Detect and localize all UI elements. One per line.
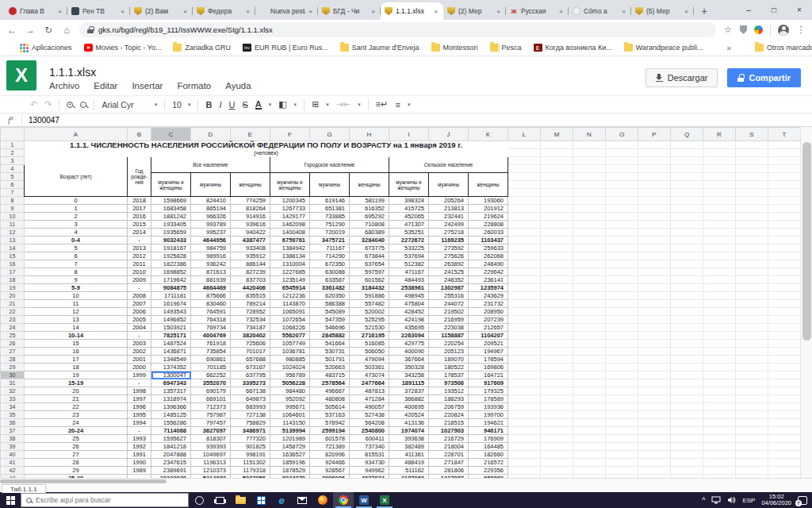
value-cell[interactable]: 4004769 bbox=[191, 332, 231, 340]
empty-cell[interactable] bbox=[736, 173, 768, 181]
bookmark-item[interactable]: Sant Jaume d'Enveja bbox=[340, 44, 419, 52]
value-cell[interactable]: 3820402 bbox=[231, 332, 270, 340]
empty-cell[interactable] bbox=[736, 379, 768, 387]
empty-cell[interactable] bbox=[638, 403, 671, 411]
empty-cell[interactable] bbox=[768, 427, 801, 435]
value-cell[interactable]: 690861 bbox=[191, 356, 231, 364]
empty-cell[interactable] bbox=[703, 165, 736, 173]
zoom-in-icon[interactable]: + bbox=[67, 102, 73, 108]
header-age-cell[interactable]: Возраст (лет) bbox=[25, 157, 128, 197]
value-cell[interactable]: 1357317 bbox=[151, 387, 191, 395]
header-year-cell[interactable]: Год рожде- ния bbox=[128, 157, 151, 197]
header-subcol-cell[interactable]: мужчины bbox=[310, 173, 350, 197]
value-cell[interactable]: 1024024 bbox=[270, 364, 310, 371]
header-subcol-cell[interactable]: мужчины и женщины bbox=[389, 173, 429, 197]
empty-cell[interactable] bbox=[768, 371, 801, 379]
value-cell[interactable]: 1065091 bbox=[270, 308, 310, 316]
column-header-C[interactable]: C bbox=[151, 128, 191, 141]
empty-cell[interactable] bbox=[736, 427, 768, 435]
value-cell[interactable]: 1267733 bbox=[270, 205, 310, 213]
empty-cell[interactable] bbox=[638, 340, 671, 348]
year-cell[interactable]: 1992 bbox=[128, 443, 151, 451]
empty-cell[interactable] bbox=[638, 348, 671, 356]
value-cell[interactable]: 1925828 bbox=[151, 252, 191, 260]
value-cell[interactable]: 231732 bbox=[469, 300, 508, 308]
empty-cell[interactable] bbox=[671, 252, 703, 260]
value-cell[interactable]: 216572 bbox=[469, 459, 508, 467]
age-cell[interactable]: 5-9 bbox=[25, 284, 128, 292]
row-header-34[interactable]: 34 bbox=[1, 403, 25, 411]
empty-cell[interactable] bbox=[573, 364, 606, 371]
empty-cell[interactable] bbox=[508, 260, 541, 268]
empty-cell[interactable] bbox=[671, 229, 703, 237]
empty-cell[interactable] bbox=[573, 165, 606, 173]
year-cell[interactable]: 2001 bbox=[128, 356, 151, 364]
age-cell[interactable]: 13 bbox=[25, 316, 128, 324]
value-cell[interactable]: 400090 bbox=[389, 348, 429, 356]
empty-cell[interactable] bbox=[573, 435, 606, 443]
empty-cell[interactable] bbox=[703, 229, 736, 237]
value-cell[interactable]: 3627097 bbox=[191, 427, 231, 435]
value-cell[interactable]: 487813 bbox=[350, 387, 389, 395]
empty-cell[interactable] bbox=[541, 252, 573, 260]
year-cell[interactable]: 2014 bbox=[128, 229, 151, 237]
year-cell[interactable]: - bbox=[128, 284, 151, 292]
value-cell[interactable]: 218004 bbox=[429, 443, 469, 451]
value-cell[interactable]: 1310004 bbox=[270, 260, 310, 268]
header-subcol-cell[interactable]: мужчины и женщины bbox=[151, 173, 191, 197]
empty-cell[interactable] bbox=[606, 451, 638, 459]
empty-cell[interactable] bbox=[736, 387, 768, 395]
empty-cell[interactable] bbox=[703, 403, 736, 411]
empty-cell[interactable] bbox=[541, 149, 573, 157]
task-view-button[interactable] bbox=[209, 492, 230, 508]
empty-cell[interactable] bbox=[573, 395, 606, 403]
empty-cell[interactable] bbox=[573, 292, 606, 300]
age-cell[interactable]: 0-4 bbox=[25, 237, 128, 244]
empty-cell[interactable] bbox=[606, 411, 638, 419]
empty-cell[interactable] bbox=[606, 284, 638, 292]
value-cell[interactable]: 547359 bbox=[310, 316, 350, 324]
value-cell[interactable]: 1200345 bbox=[270, 197, 310, 205]
empty-cell[interactable] bbox=[703, 435, 736, 443]
merge-cells-icon[interactable]: ⇥⇤ bbox=[336, 99, 350, 110]
value-cell[interactable]: 248490 bbox=[469, 260, 508, 268]
value-cell[interactable]: 429775 bbox=[389, 340, 429, 348]
empty-cell[interactable] bbox=[736, 252, 768, 260]
tab-close-icon[interactable]: × bbox=[683, 8, 690, 15]
empty-cell[interactable] bbox=[573, 141, 606, 149]
bookmark-item[interactable]: Aplicaciones bbox=[20, 44, 72, 52]
value-cell[interactable]: 218515 bbox=[429, 419, 469, 427]
chrome-button[interactable] bbox=[333, 492, 354, 508]
age-cell[interactable]: 21 bbox=[25, 395, 128, 403]
column-header-A[interactable]: A bbox=[25, 128, 128, 141]
year-cell[interactable]: 1993 bbox=[128, 435, 151, 443]
year-cell[interactable]: 2015 bbox=[128, 221, 151, 229]
value-cell[interactable]: 1396366 bbox=[151, 403, 191, 411]
empty-cell[interactable] bbox=[508, 244, 541, 252]
empty-cell[interactable] bbox=[768, 149, 801, 157]
empty-cell[interactable] bbox=[573, 459, 606, 467]
value-cell[interactable]: 475804 bbox=[389, 300, 429, 308]
empty-cell[interactable] bbox=[541, 435, 573, 443]
value-cell[interactable]: 1196313 bbox=[191, 459, 231, 467]
empty-cell[interactable] bbox=[541, 181, 573, 189]
back-icon[interactable]: ← bbox=[6, 25, 17, 36]
value-cell[interactable]: 973506 bbox=[429, 379, 469, 387]
empty-cell[interactable] bbox=[638, 300, 671, 308]
value-cell[interactable]: 4420406 bbox=[231, 284, 270, 292]
value-cell[interactable]: 533225 bbox=[389, 244, 429, 252]
value-cell[interactable]: 984759 bbox=[191, 244, 231, 252]
value-cell[interactable]: 764591 bbox=[191, 308, 231, 316]
age-cell[interactable]: 7 bbox=[25, 260, 128, 268]
new-tab-button[interactable]: + bbox=[694, 2, 714, 20]
undo-icon[interactable]: ↶ bbox=[30, 99, 37, 110]
year-cell[interactable]: 1994 bbox=[128, 419, 151, 427]
value-cell[interactable]: 934730 bbox=[350, 459, 389, 467]
value-cell[interactable]: 928567 bbox=[310, 467, 350, 475]
empty-cell[interactable] bbox=[573, 411, 606, 419]
year-cell[interactable]: 2003 bbox=[128, 340, 151, 348]
empty-cell[interactable] bbox=[768, 316, 801, 324]
value-cell[interactable]: 3184432 bbox=[350, 284, 389, 292]
row-header-39[interactable]: 39 bbox=[1, 443, 25, 451]
age-cell[interactable]: 10 bbox=[25, 292, 128, 300]
